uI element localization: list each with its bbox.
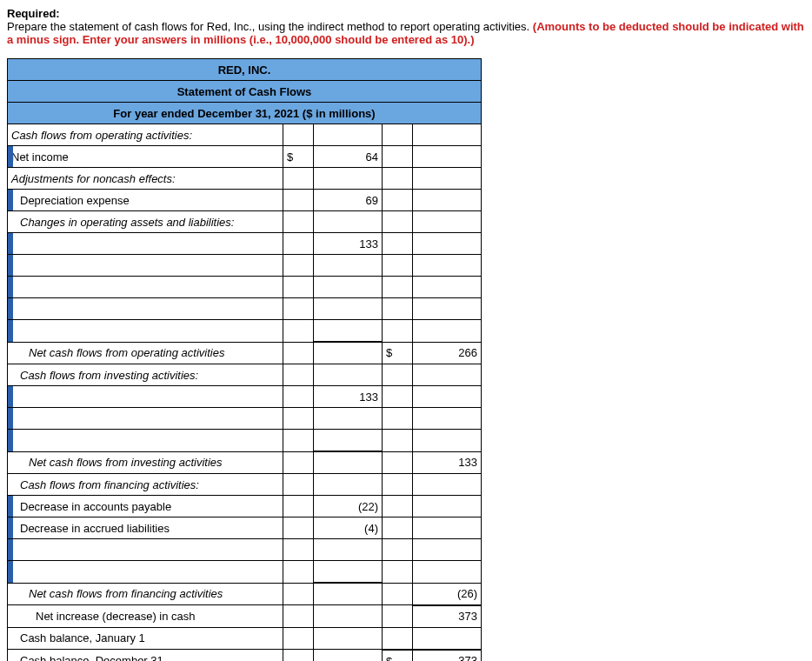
header-period: For year ended December 31, 2021 ($ in m…	[8, 103, 482, 124]
input-inv-blank3[interactable]	[8, 430, 283, 452]
sym-cash-end: $	[383, 650, 413, 662]
table-row: Net cash flows from operating activities…	[8, 342, 482, 364]
required-text: Prepare the statement of cash flows for …	[7, 20, 805, 46]
sym-net-income: $	[283, 146, 314, 168]
table-row: Cash flows from financing activities:	[8, 474, 482, 496]
required-plain: Prepare the statement of cash flows for …	[7, 20, 533, 33]
val-inv-133[interactable]: 133	[314, 386, 383, 408]
input-changes-blank2[interactable]	[8, 255, 283, 277]
val-net-change: 373	[413, 605, 482, 628]
val-depreciation[interactable]: 69	[314, 190, 383, 211]
val-cash-end: 373	[413, 650, 482, 662]
val-blank[interactable]	[314, 277, 383, 298]
val-dec-ap[interactable]: (22)	[314, 496, 383, 517]
label-net-income[interactable]: Net income	[8, 146, 283, 168]
input-inv-blank2[interactable]	[8, 408, 283, 430]
val-dec-al[interactable]: (4)	[314, 517, 383, 539]
table-row: Cash flows from investing activities:	[8, 364, 482, 386]
table-row	[8, 320, 482, 343]
val-net-fin: (26)	[413, 583, 482, 605]
label-adj-noncash: Adjustments for noncash effects:	[8, 168, 283, 190]
table-row: Cash flows from operating activities:	[8, 124, 482, 146]
label-dec-al[interactable]: Decrease in accrued liabilities	[8, 517, 283, 539]
table-row: Cash balance, January 1	[8, 627, 482, 650]
val-blank[interactable]	[314, 320, 383, 343]
val-blank[interactable]	[314, 408, 383, 430]
label-dec-ap[interactable]: Decrease in accounts payable	[8, 496, 283, 517]
table-row: 133	[8, 386, 482, 408]
val-blank[interactable]	[314, 539, 383, 561]
input-fin-blank2[interactable]	[8, 561, 283, 584]
label-changes: Changes in operating assets and liabilit…	[8, 211, 283, 233]
table-row	[8, 408, 482, 430]
table-row	[8, 277, 482, 298]
header-company: RED, INC.	[8, 59, 482, 81]
label-net-fin: Net cash flows from financing activities	[8, 583, 283, 605]
label-cash-beg: Cash balance, January 1	[8, 627, 283, 650]
table-row	[8, 539, 482, 561]
input-inv-blank1[interactable]	[8, 386, 283, 408]
table-row: 133	[8, 233, 482, 255]
label-op-activities: Cash flows from operating activities:	[8, 124, 283, 146]
val-blank[interactable]	[314, 561, 383, 584]
val-cash-beg[interactable]	[413, 627, 482, 650]
label-depreciation[interactable]: Depreciation expense	[8, 190, 283, 211]
table-row: Decrease in accrued liabilities (4)	[8, 517, 482, 539]
label-inv-activities: Cash flows from investing activities:	[8, 364, 283, 386]
table-row	[8, 298, 482, 320]
label-net-change: Net increase (decrease) in cash	[8, 605, 283, 628]
table-row: Decrease in accounts payable (22)	[8, 496, 482, 517]
val-net-inv: 133	[413, 451, 482, 474]
label-cash-end: Cash balance, December 31	[8, 650, 283, 662]
label-net-op: Net cash flows from operating activities	[8, 342, 283, 364]
table-row	[8, 430, 482, 452]
sym-net-op: $	[383, 342, 413, 364]
cashflow-table: RED, INC. Statement of Cash Flows For ye…	[7, 58, 482, 661]
val-blank[interactable]	[314, 298, 383, 320]
required-title: Required:	[7, 7, 805, 20]
header-statement: Statement of Cash Flows	[8, 81, 482, 103]
val-net-income[interactable]: 64	[314, 146, 383, 168]
input-changes-blank1[interactable]	[8, 233, 283, 255]
val-blank[interactable]	[314, 255, 383, 277]
table-row: Net increase (decrease) in cash 373	[8, 605, 482, 628]
table-row: Adjustments for noncash effects:	[8, 168, 482, 190]
table-row: Net cash flows from financing activities…	[8, 583, 482, 605]
table-row: Net income $ 64	[8, 146, 482, 168]
input-changes-blank3[interactable]	[8, 277, 283, 298]
table-row	[8, 561, 482, 584]
input-changes-blank4[interactable]	[8, 298, 283, 320]
label-net-inv: Net cash flows from investing activities	[8, 451, 283, 474]
table-row: Cash balance, December 31 $ 373	[8, 650, 482, 662]
label-fin-activities: Cash flows from financing activities:	[8, 474, 283, 496]
table-row: Changes in operating assets and liabilit…	[8, 211, 482, 233]
val-blank[interactable]	[314, 430, 383, 452]
input-changes-blank5[interactable]	[8, 320, 283, 343]
val-changes-133[interactable]: 133	[314, 233, 383, 255]
val-net-op: 266	[413, 342, 482, 364]
table-row	[8, 255, 482, 277]
table-row: Depreciation expense 69	[8, 190, 482, 211]
table-row: Net cash flows from investing activities…	[8, 451, 482, 474]
input-fin-blank1[interactable]	[8, 539, 283, 561]
